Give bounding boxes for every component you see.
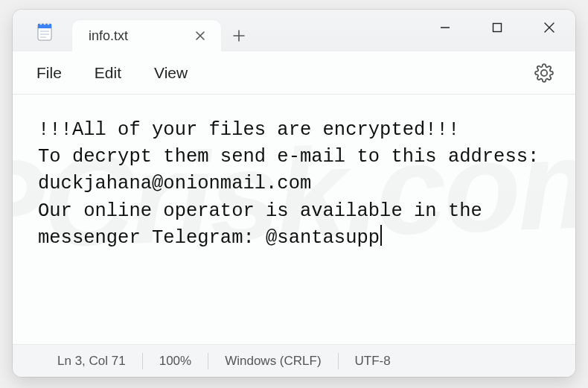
close-icon[interactable]	[190, 25, 211, 46]
settings-button[interactable]	[528, 57, 560, 89]
text-caret	[380, 225, 382, 246]
maximize-button[interactable]	[471, 10, 523, 45]
svg-rect-9	[493, 24, 502, 32]
minimize-button[interactable]	[419, 10, 471, 45]
new-tab-button[interactable]	[221, 20, 257, 51]
status-encoding[interactable]: UTF-8	[339, 354, 407, 369]
menu-file[interactable]: File	[20, 58, 78, 88]
menu-view[interactable]: View	[138, 58, 204, 88]
svg-point-2	[40, 23, 42, 25]
maximize-icon	[492, 22, 502, 33]
status-zoom[interactable]: 100%	[143, 354, 208, 369]
text-editor[interactable]: !!!All of your files are encrypted!!! To…	[13, 95, 575, 344]
close-icon	[543, 22, 555, 34]
status-cursor-position[interactable]: Ln 3, Col 71	[41, 354, 142, 369]
tab-active[interactable]: info.txt	[72, 20, 221, 51]
status-line-ending[interactable]: Windows (CRLF)	[208, 354, 337, 369]
document-text: !!!All of your files are encrypted!!! To…	[38, 119, 551, 249]
minimize-icon	[439, 22, 451, 34]
tab-title: info.txt	[89, 28, 190, 44]
statusbar: Ln 3, Col 71 100% Windows (CRLF) UTF-8	[13, 344, 575, 377]
svg-point-4	[48, 23, 50, 25]
notepad-window: info.txt File Edit View	[13, 10, 575, 377]
titlebar: info.txt	[13, 10, 575, 51]
window-close-button[interactable]	[523, 10, 575, 45]
plus-icon	[232, 29, 246, 42]
menubar: File Edit View	[13, 51, 575, 95]
menu-edit[interactable]: Edit	[78, 58, 138, 88]
notepad-icon	[35, 20, 54, 42]
window-controls	[419, 10, 575, 45]
tab-strip: info.txt	[72, 10, 257, 51]
svg-point-3	[44, 23, 46, 25]
gear-icon	[534, 63, 554, 83]
